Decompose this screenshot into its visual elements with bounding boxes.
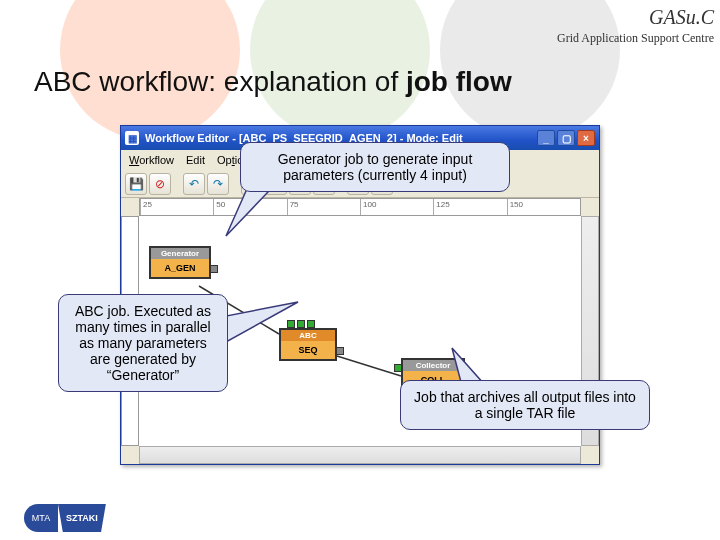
- node-generator-body: A_GEN: [151, 259, 209, 277]
- ruler-tick: 100: [363, 200, 376, 209]
- menu-workflow[interactable]: WWorkfloworkflow: [129, 154, 174, 166]
- ruler-horizontal: 25 50 75 100 125 150: [139, 198, 581, 216]
- brand-logo: GASu.C Grid Application Support Centre: [557, 6, 714, 46]
- ruler-tick: 125: [436, 200, 449, 209]
- ruler-tick: 150: [510, 200, 523, 209]
- tool-save-icon[interactable]: 💾: [125, 173, 147, 195]
- port-in[interactable]: [307, 320, 315, 328]
- callout-tail: [222, 298, 302, 348]
- tool-close-icon[interactable]: ⊘: [149, 173, 171, 195]
- ruler-tick: 25: [143, 200, 152, 209]
- svg-marker-3: [226, 302, 298, 342]
- close-button[interactable]: ×: [577, 130, 595, 146]
- slide-title-bold: job flow: [406, 66, 512, 97]
- node-generator-head: Generator: [151, 248, 209, 259]
- slide-title-pre: ABC workflow: explanation of: [34, 66, 406, 97]
- ruler-tick: 75: [290, 200, 299, 209]
- menu-edit[interactable]: Edit: [186, 154, 205, 166]
- minimize-button[interactable]: _: [537, 130, 555, 146]
- logo-sztaki: SZTAKI: [58, 504, 106, 532]
- callout-collector: Job that archives all output files into …: [400, 380, 650, 430]
- app-icon: ▦: [125, 131, 139, 145]
- port-in[interactable]: [394, 364, 402, 372]
- window-buttons: _ ▢ ×: [537, 130, 595, 146]
- node-generator[interactable]: Generator A_GEN: [149, 246, 211, 279]
- svg-line-1: [337, 356, 401, 376]
- tool-undo-icon[interactable]: ↶: [183, 173, 205, 195]
- scrollbar-horizontal[interactable]: [139, 446, 581, 464]
- callout-generator: Generator job to generate input paramete…: [240, 142, 510, 192]
- port-out[interactable]: [210, 265, 218, 273]
- maximize-button[interactable]: ▢: [557, 130, 575, 146]
- logo-title: GASu.C: [557, 6, 714, 29]
- port-out[interactable]: [336, 347, 344, 355]
- logo-subtitle: Grid Application Support Centre: [557, 31, 714, 46]
- callout-abc: ABC job. Executed as many times in paral…: [58, 294, 228, 392]
- logo-mta: MTA: [24, 504, 58, 532]
- footer-logo: MTA SZTAKI: [24, 504, 106, 532]
- slide-title: ABC workflow: explanation of job flow: [34, 66, 512, 98]
